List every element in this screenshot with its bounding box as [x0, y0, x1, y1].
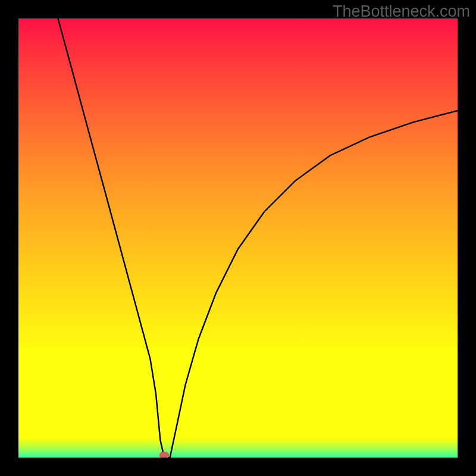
- chart-frame: TheBottleneck.com: [0, 0, 476, 476]
- curve-path: [58, 18, 458, 458]
- plot-area: [18, 18, 458, 458]
- bottleneck-curve: [18, 18, 458, 458]
- optimum-marker: [159, 452, 169, 458]
